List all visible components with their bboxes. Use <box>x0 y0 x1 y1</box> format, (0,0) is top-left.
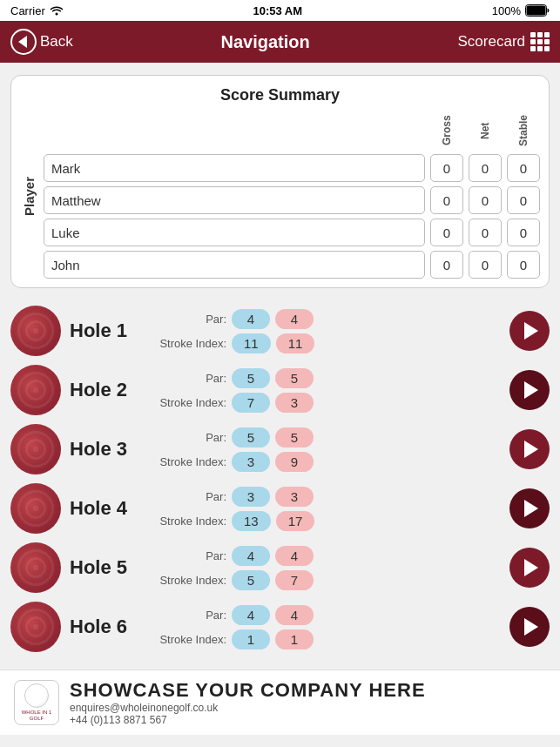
play-icon-5 <box>524 559 538 576</box>
footer-phone: +44 (0)113 8871 567 <box>70 714 546 726</box>
hole-5-si-row: Stroke Index: 5 7 <box>157 570 503 590</box>
player-column-label: Player <box>20 113 38 279</box>
hole-5-details: Par: 4 4 Stroke Index: 5 7 <box>157 546 503 590</box>
status-bar-time: 10:53 AM <box>253 4 302 17</box>
back-label: Back <box>40 33 73 50</box>
player-gross-1: 0 <box>430 186 463 214</box>
footer-logo: WHOLE IN 1 GOLF <box>14 680 59 725</box>
hole-4-play-button[interactable] <box>509 488 550 528</box>
hole-6-par-pink: 4 <box>275 605 314 625</box>
header-stable: Stable <box>507 113 540 148</box>
hole-5-si-pink: 7 <box>275 570 314 590</box>
hole-6-si-row: Stroke Index: 1 1 <box>157 629 503 649</box>
hole-3-si-blue: 3 <box>232 452 270 472</box>
hole-4-par-row: Par: 3 3 <box>157 487 503 507</box>
si-label-4: Stroke Index: <box>157 515 226 528</box>
player-row-3: 0 0 0 <box>44 251 540 279</box>
hole-2-par-pink: 5 <box>275 368 314 388</box>
player-gross-0: 0 <box>430 154 463 182</box>
play-icon-2 <box>524 381 538 399</box>
hole-6-play-button[interactable] <box>509 607 550 647</box>
hole-6-title: Hole 6 <box>70 616 157 638</box>
scorecard-button[interactable]: Scorecard <box>458 32 550 51</box>
par-label-6: Par: <box>157 609 226 622</box>
si-label-6: Stroke Index: <box>157 633 226 646</box>
hole-5-par-row: Par: 4 4 <box>157 546 503 566</box>
player-net-2: 0 <box>469 219 502 246</box>
player-row-0: 0 0 0 <box>44 154 540 182</box>
hole-2-icon <box>10 365 61 415</box>
svg-point-0 <box>55 13 57 16</box>
hole-2-si-blue: 7 <box>232 393 270 413</box>
par-label-1: Par: <box>157 313 226 326</box>
footer-golf-ball-icon <box>24 683 49 708</box>
hole-5-par-pink: 4 <box>275 546 314 566</box>
hole-4-icon <box>10 483 61 534</box>
player-net-3: 0 <box>469 251 502 279</box>
hole-3-details: Par: 5 5 Stroke Index: 3 9 <box>157 427 503 472</box>
status-bar: Carrier 10:53 AM 100% <box>0 0 560 21</box>
golf-ball-1 <box>13 308 58 353</box>
footer-showcase: SHOWCASE YOUR COMPANY HERE <box>70 679 546 702</box>
hole-6-si-pink: 1 <box>275 629 314 649</box>
play-icon-3 <box>524 441 538 458</box>
footer-email: enquires@wholeinonegolf.co.uk <box>70 702 546 714</box>
hole-row-2: Hole 2 Par: 5 5 Stroke Index: 7 3 <box>10 365 550 415</box>
hole-1-play-button[interactable] <box>509 311 550 351</box>
player-name-1[interactable] <box>44 186 425 214</box>
hole-5-play-button[interactable] <box>509 548 550 588</box>
hole-3-icon <box>10 424 61 474</box>
hole-1-si-row: Stroke Index: 11 11 <box>157 333 503 353</box>
player-net-1: 0 <box>469 186 502 214</box>
hole-4-par-blue: 3 <box>232 487 270 507</box>
si-label-5: Stroke Index: <box>157 574 226 587</box>
svg-rect-2 <box>527 6 546 16</box>
back-button[interactable]: Back <box>10 29 73 55</box>
player-stable-1: 0 <box>507 186 540 214</box>
golf-ball-5 <box>13 545 58 590</box>
player-stable-2: 0 <box>507 219 540 246</box>
golf-ball-2 <box>13 367 58 413</box>
si-label-3: Stroke Index: <box>157 455 226 468</box>
player-name-0[interactable] <box>44 154 425 182</box>
par-label-5: Par: <box>157 549 226 562</box>
player-name-2[interactable] <box>44 219 425 246</box>
scorecard-label: Scorecard <box>458 33 525 50</box>
header-net: Net <box>469 113 502 148</box>
par-label-4: Par: <box>157 490 226 503</box>
back-circle <box>10 29 37 55</box>
hole-row-5: Hole 5 Par: 4 4 Stroke Index: 5 7 <box>10 542 550 593</box>
hole-3-play-button[interactable] <box>509 429 550 469</box>
play-icon-4 <box>524 500 538 517</box>
hole-3-par-blue: 5 <box>232 427 270 448</box>
hole-3-si-pink: 9 <box>275 452 314 472</box>
player-row-1: 0 0 0 <box>44 186 540 214</box>
score-summary-title: Score Summary <box>20 86 540 104</box>
hole-2-par-row: Par: 5 5 <box>157 368 503 388</box>
golf-ball-4 <box>13 486 58 531</box>
footer-logo-text: WHOLE IN 1 GOLF <box>15 710 58 722</box>
hole-1-title: Hole 1 <box>70 320 157 342</box>
hole-5-title: Hole 5 <box>70 556 157 579</box>
battery-label: 100% <box>492 4 521 17</box>
hole-2-play-button[interactable] <box>509 370 550 410</box>
player-net-0: 0 <box>469 154 502 182</box>
nav-bar: Back Navigation Scorecard <box>0 21 560 63</box>
hole-row-3: Hole 3 Par: 5 5 Stroke Index: 3 9 <box>10 424 550 474</box>
hole-1-si-blue: 11 <box>232 333 271 353</box>
hole-4-details: Par: 3 3 Stroke Index: 13 17 <box>157 487 503 531</box>
hole-6-par-blue: 4 <box>232 605 270 625</box>
player-row-2: 0 0 0 <box>44 219 540 246</box>
player-name-3[interactable] <box>44 251 425 279</box>
hole-row-6: Hole 6 Par: 4 4 Stroke Index: 1 1 <box>10 602 550 652</box>
nav-title: Navigation <box>221 32 310 52</box>
wifi-icon <box>50 5 64 16</box>
player-gross-3: 0 <box>430 251 463 279</box>
par-label-3: Par: <box>157 431 226 444</box>
status-bar-right: 100% <box>492 4 550 17</box>
si-label-1: Stroke Index: <box>157 337 226 350</box>
hole-6-si-blue: 1 <box>232 629 270 649</box>
hole-1-si-pink: 11 <box>276 333 315 353</box>
hole-1-details: Par: 4 4 Stroke Index: 11 11 <box>157 309 503 353</box>
hole-3-par-row: Par: 5 5 <box>157 427 503 448</box>
